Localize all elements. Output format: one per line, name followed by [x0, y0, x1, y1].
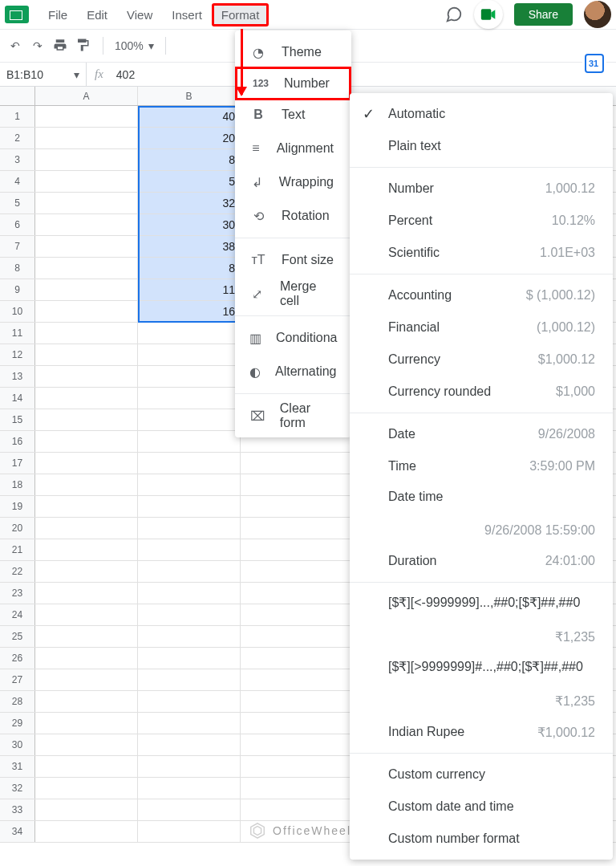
- number-format-item[interactable]: [$₹][>9999999]#...,##0;[$₹]##,##0₹1,235: [350, 652, 613, 716]
- row-header[interactable]: 4: [0, 171, 35, 192]
- number-format-item[interactable]: Scientific1.01E+03: [350, 237, 613, 269]
- meet-icon[interactable]: [474, 0, 503, 29]
- row-header[interactable]: 21: [0, 539, 35, 560]
- row-header[interactable]: 34: [0, 821, 35, 842]
- cell[interactable]: [35, 626, 138, 647]
- cell[interactable]: [138, 323, 241, 344]
- cell[interactable]: [138, 539, 241, 560]
- cell[interactable]: [35, 344, 138, 365]
- column-header[interactable]: B: [138, 87, 241, 105]
- cell[interactable]: [35, 756, 138, 777]
- format-menu-item[interactable]: BText: [235, 98, 351, 132]
- row-header[interactable]: 13: [0, 366, 35, 387]
- format-menu-item[interactable]: ↲Wrapping: [235, 165, 351, 199]
- row-header[interactable]: 17: [0, 453, 35, 474]
- menu-format[interactable]: Format: [212, 3, 270, 26]
- number-format-item[interactable]: Percent10.12%: [350, 205, 613, 237]
- number-format-item[interactable]: Date9/26/2008: [350, 418, 613, 450]
- cell[interactable]: [138, 604, 241, 625]
- number-format-item[interactable]: Plain text: [350, 130, 613, 162]
- row-header[interactable]: 27: [0, 669, 35, 690]
- format-menu-item[interactable]: ⌧Clear form: [235, 399, 351, 433]
- cell[interactable]: [35, 474, 138, 495]
- cell[interactable]: [35, 648, 138, 669]
- row-header[interactable]: 16: [0, 431, 35, 452]
- format-menu-item[interactable]: ≡Alignment: [235, 132, 351, 165]
- cell[interactable]: [138, 518, 241, 539]
- cell[interactable]: [138, 388, 241, 409]
- cell[interactable]: [35, 669, 138, 690]
- number-format-item[interactable]: [$₹][<-9999999]...,##0;[$₹]##,##0₹1,235: [350, 587, 613, 652]
- row-header[interactable]: 19: [0, 496, 35, 517]
- row-header[interactable]: 12: [0, 344, 35, 365]
- cell[interactable]: [138, 474, 241, 495]
- cell[interactable]: 32: [138, 193, 241, 213]
- format-menu-item[interactable]: ⤢Merge cell: [235, 277, 351, 311]
- cell[interactable]: [35, 583, 138, 604]
- row-header[interactable]: 31: [0, 756, 35, 777]
- number-format-item[interactable]: Accounting$ (1,000.12): [350, 279, 613, 311]
- cell[interactable]: [35, 496, 138, 517]
- cell[interactable]: 40: [138, 106, 241, 127]
- paint-format-icon[interactable]: [74, 38, 91, 55]
- cell[interactable]: [35, 453, 138, 474]
- number-format-item[interactable]: Indian Rupee₹1,000.12: [350, 716, 613, 748]
- row-header[interactable]: 10: [0, 301, 35, 322]
- cell[interactable]: [138, 626, 241, 647]
- row-header[interactable]: 22: [0, 561, 35, 582]
- cell[interactable]: [35, 149, 138, 170]
- number-format-item[interactable]: Number1,000.12: [350, 173, 613, 205]
- number-format-item[interactable]: Custom date and time: [350, 791, 613, 823]
- row-header[interactable]: 5: [0, 193, 35, 213]
- row-header[interactable]: 23: [0, 583, 35, 604]
- row-header[interactable]: 11: [0, 323, 35, 344]
- cell[interactable]: [35, 539, 138, 560]
- share-button[interactable]: Share: [514, 3, 573, 26]
- cell[interactable]: [138, 561, 241, 582]
- cell[interactable]: [35, 323, 138, 344]
- menu-edit[interactable]: Edit: [77, 3, 117, 26]
- format-menu-item[interactable]: ▥Conditiona: [235, 321, 351, 355]
- row-header[interactable]: 26: [0, 648, 35, 669]
- row-header[interactable]: 20: [0, 518, 35, 539]
- name-box[interactable]: B1:B10 ▾: [0, 63, 87, 86]
- redo-icon[interactable]: ↷: [29, 39, 47, 52]
- cell[interactable]: [138, 756, 241, 777]
- number-format-item[interactable]: Currency rounded$1,000: [350, 376, 613, 408]
- row-header[interactable]: 3: [0, 149, 35, 170]
- cell[interactable]: [138, 409, 241, 430]
- row-header[interactable]: 18: [0, 474, 35, 495]
- number-format-item[interactable]: Financial(1,000.12): [350, 311, 613, 344]
- row-header[interactable]: 14: [0, 388, 35, 409]
- column-header[interactable]: A: [35, 87, 138, 105]
- number-format-item[interactable]: ✓Automatic: [350, 98, 613, 130]
- cell[interactable]: [35, 388, 138, 409]
- row-header[interactable]: 33: [0, 799, 35, 820]
- cell[interactable]: [138, 453, 241, 474]
- cell[interactable]: [35, 691, 138, 712]
- row-header[interactable]: 2: [0, 128, 35, 148]
- cell[interactable]: 8: [138, 258, 241, 279]
- cell[interactable]: [35, 518, 138, 539]
- cell[interactable]: [138, 496, 241, 517]
- format-menu-item[interactable]: ◐Alternating: [235, 355, 351, 388]
- cell[interactable]: [35, 799, 138, 820]
- cell[interactable]: [35, 604, 138, 625]
- menu-file[interactable]: File: [38, 3, 77, 26]
- row-header[interactable]: 25: [0, 626, 35, 647]
- format-menu-item[interactable]: 123Number: [235, 67, 351, 100]
- row-header[interactable]: 9: [0, 279, 35, 300]
- select-all-corner[interactable]: [0, 87, 35, 105]
- cell[interactable]: [138, 778, 241, 799]
- row-header[interactable]: 7: [0, 236, 35, 257]
- cell[interactable]: [138, 734, 241, 755]
- format-menu-item[interactable]: ◔Theme: [235, 35, 351, 69]
- cell[interactable]: [35, 561, 138, 582]
- number-format-item[interactable]: Currency$1,000.12: [350, 344, 613, 376]
- cell[interactable]: 16: [138, 301, 241, 322]
- cell[interactable]: 20: [138, 128, 241, 148]
- row-header[interactable]: 24: [0, 604, 35, 625]
- row-header[interactable]: 15: [0, 409, 35, 430]
- cell[interactable]: [138, 691, 241, 712]
- cell[interactable]: [35, 214, 138, 235]
